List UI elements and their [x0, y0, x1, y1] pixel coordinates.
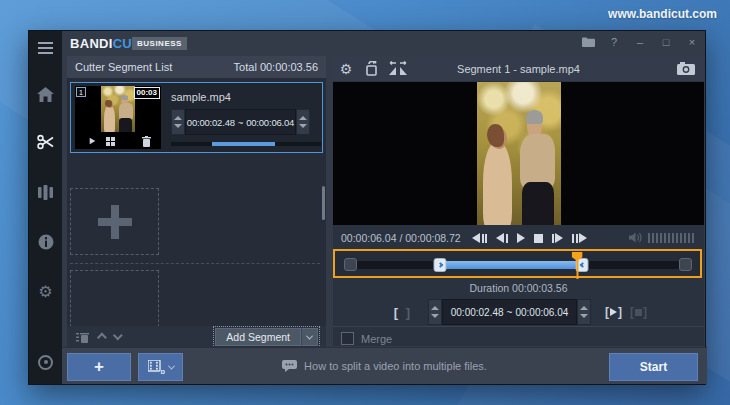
divider: [333, 326, 704, 327]
set-end-button[interactable]: ]: [402, 305, 414, 320]
preset-button[interactable]: p: [138, 353, 183, 381]
segment-placeholder[interactable]: [70, 188, 159, 255]
delete-all-button[interactable]: [73, 329, 91, 345]
timeline-left-end[interactable]: [344, 258, 357, 271]
next-frame-button[interactable]: [552, 231, 564, 245]
site-watermark: www.bandicut.com: [608, 7, 717, 21]
volume-slider[interactable]: [648, 233, 696, 243]
next-keyframe-button[interactable]: [572, 231, 587, 245]
move-up-button[interactable]: [91, 329, 109, 345]
copy-segment-button[interactable]: [359, 56, 385, 81]
trim-end-stepper[interactable]: [577, 299, 591, 325]
segment-settings-button[interactable]: ⚙: [333, 56, 359, 81]
timeline-right-end[interactable]: [679, 258, 692, 271]
timeline-selected-range[interactable]: [440, 261, 582, 269]
spin-down-icon: [299, 124, 307, 128]
add-segment-dropdown[interactable]: [301, 328, 318, 346]
timeline-rail[interactable]: [344, 261, 692, 269]
film-preset-icon: p: [148, 360, 165, 374]
timecode-display: 00:00:06.04 / 00:00:08.72: [341, 232, 461, 244]
triangle-right-icon: [555, 233, 563, 243]
filmstrip-icon: [37, 185, 54, 200]
sidebar-item-settings[interactable]: ⚙: [29, 281, 62, 303]
stop-button[interactable]: [534, 231, 543, 245]
add-segment-button[interactable]: Add Segment: [215, 328, 301, 346]
trim-start-stepper[interactable]: [428, 299, 442, 325]
segment-list: 1 00:03 sample.mp4 00:00:02.48: [67, 78, 326, 326]
merge-checkbox[interactable]: [341, 332, 354, 345]
range-separator: ~: [238, 117, 243, 128]
sidebar-item-cut[interactable]: [29, 131, 62, 153]
sidebar-item-join[interactable]: [29, 181, 62, 203]
merge-label: Merge: [361, 333, 392, 345]
segment-grid-button[interactable]: [101, 133, 119, 149]
add-segment-group: Add Segment: [215, 328, 318, 346]
man-figure: [520, 113, 555, 225]
gear-icon: ⚙: [340, 62, 353, 76]
segment-time-range: 00:00:02.48 ~ 00:00:06.04: [171, 109, 310, 135]
playhead-stem: [577, 260, 579, 279]
segment-list-scrollbar[interactable]: [322, 186, 325, 220]
playback-buttons: [472, 231, 587, 245]
timeline-start-handle[interactable]: [434, 258, 447, 272]
move-down-button[interactable]: [109, 329, 127, 345]
segment-filename: sample.mp4: [171, 91, 231, 103]
speech-bubble-icon: [282, 360, 297, 372]
trim-time-field[interactable]: 00:00:02.48 ~ 00:00:06.04: [442, 299, 577, 325]
stop-segment-button[interactable]: []: [630, 305, 647, 319]
speaker-icon[interactable]: [629, 232, 642, 243]
chevron-down-icon: [167, 362, 174, 369]
copy-rotate-icon: [364, 61, 380, 76]
segment-start-stepper[interactable]: [171, 109, 185, 135]
minimize-button[interactable]: –: [633, 35, 647, 49]
sidebar-item-home[interactable]: [29, 83, 62, 105]
split-segment-button[interactable]: [385, 56, 411, 81]
segment-time-field[interactable]: 00:00:02.48 ~ 00:00:06.04: [185, 109, 296, 135]
video-preview-area: [333, 82, 704, 225]
chevron-down-icon: [306, 332, 313, 339]
grid-icon: [106, 137, 115, 146]
scissors-icon: [37, 134, 55, 150]
segment-list-title: Cutter Segment List: [75, 61, 172, 73]
segment-row[interactable]: 1 00:03 sample.mp4 00:00:02.48: [70, 82, 323, 153]
record-button[interactable]: [29, 351, 62, 373]
segment-thumbnail: 1 00:03: [75, 86, 161, 149]
triangle-left-icon: [496, 233, 504, 243]
bandicut-window: ⚙ BANDICUT BUSINESS ? – □ × Cutter Segme…: [28, 30, 706, 385]
duration-label: Duration 00:00:03.56: [333, 282, 704, 294]
range-separator: ~: [507, 307, 513, 318]
close-button[interactable]: ×: [685, 35, 699, 49]
preview-header: Segment 1 - sample.mp4 ⚙: [333, 56, 704, 81]
delete-list-icon: [76, 332, 89, 343]
prev-frame-button[interactable]: [496, 231, 508, 245]
sidebar-item-info[interactable]: [29, 231, 62, 253]
segment-list-panel: Cutter Segment List Total 00:00:03.56 1 …: [67, 56, 326, 348]
play-button[interactable]: [517, 231, 525, 245]
sidebar: ⚙: [29, 31, 62, 384]
play-segment-button[interactable]: []: [605, 305, 622, 319]
maximize-button[interactable]: □: [659, 35, 673, 49]
trash-icon: [142, 136, 151, 147]
trim-start-time: 00:00:02.48: [451, 307, 504, 318]
play-icon: [89, 138, 95, 144]
segment-end-time: 00:00:06.04: [246, 117, 294, 128]
snapshot-button[interactable]: [673, 56, 699, 81]
segment-duration-badge: 00:03: [134, 87, 160, 99]
prev-keyframe-button[interactable]: [472, 231, 487, 245]
segment-delete-button[interactable]: [137, 133, 155, 149]
segment-end-stepper[interactable]: [296, 109, 310, 135]
open-file-button[interactable]: [581, 35, 595, 49]
set-start-button[interactable]: [: [390, 305, 402, 320]
menu-button[interactable]: [29, 37, 62, 59]
help-text: How to split a video into multiple files…: [304, 360, 487, 372]
segment-preview-button[interactable]: [83, 133, 101, 149]
add-file-button[interactable]: +: [67, 353, 131, 381]
timeline-playhead[interactable]: [572, 252, 583, 261]
svg-text:p: p: [160, 367, 165, 375]
segment-range-bar: [171, 142, 321, 146]
hamburger-icon: [38, 42, 53, 44]
edition-badge: BUSINESS: [132, 37, 187, 50]
help-button[interactable]: ?: [607, 35, 621, 49]
spin-down-icon: [174, 124, 182, 128]
start-button[interactable]: Start: [609, 353, 698, 381]
